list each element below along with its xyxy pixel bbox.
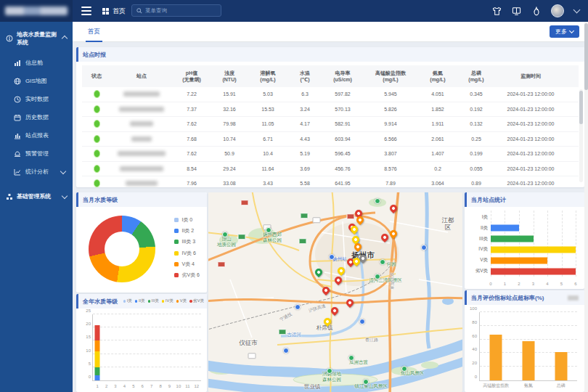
map-pin-yellow[interactable] (322, 317, 332, 327)
legend-item[interactable]: III类 3 (174, 238, 200, 245)
x-tick: 12 (194, 384, 199, 388)
sidebar-group2-title: 基础管理系统 (17, 192, 59, 200)
sidebar-item-历史数据[interactable]: 历史数据 (0, 108, 73, 126)
x-tick: 4 (546, 282, 548, 286)
x-tick: 0 (489, 282, 491, 286)
flame-icon[interactable] (531, 7, 541, 16)
cell-value: 7.62 (172, 121, 211, 126)
col-header: 电导率(uS/cm) (322, 70, 364, 83)
bar-高锰酸盐指数 (490, 335, 502, 380)
cell-value: 33.08 (211, 181, 248, 186)
map-pin-red[interactable] (388, 203, 399, 213)
map-poi-blue[interactable] (283, 348, 289, 354)
sidebar-collapse-icon[interactable] (81, 7, 91, 15)
col-header: 浊度(NTU) (211, 70, 248, 83)
cell-time: 2024-01-23 12:00:00 (494, 121, 567, 126)
map-poi-green[interactable] (401, 366, 407, 372)
cell-time: 2024-01-23 12:00:00 (494, 107, 567, 112)
map-poi-green[interactable] (375, 274, 380, 279)
table-row[interactable]: 7.2215.915.036.3597.825.9454.0510.345202… (82, 87, 579, 102)
table-row[interactable]: 7.6250.910.45.19596.453.8071.4070.199202… (82, 147, 579, 162)
sidebar-item-信息舱[interactable]: 信息舱 (0, 54, 73, 72)
theme-skin-icon[interactable] (492, 7, 502, 16)
sidebar-group-basic-mgmt[interactable]: 基础管理系统 (0, 184, 73, 208)
user-avatar[interactable] (551, 4, 564, 17)
more-button[interactable]: 更多 (550, 25, 579, 38)
layout-screen-icon[interactable] (512, 7, 521, 16)
legend-item[interactable]: 劣V类 (189, 298, 204, 304)
legend-item[interactable]: I类 (123, 298, 132, 304)
cell-value: 0.192 (458, 107, 494, 112)
legend-marker (174, 240, 179, 244)
cell-value: 5.03 (248, 91, 288, 97)
map-poi-green[interactable] (222, 232, 228, 237)
table-row[interactable]: 7.9633.083.435.58641.957.893.0640.892024… (82, 176, 579, 187)
sidebar-item-统计分析[interactable]: 统计分析 (0, 163, 73, 181)
map-poi-blue[interactable] (295, 304, 301, 310)
legend-item[interactable]: IV类 (162, 298, 173, 304)
map-pin-red[interactable] (380, 232, 390, 242)
sidebar-item-GIS地图[interactable]: GIS地图 (0, 72, 73, 90)
cell-value: 603.94 (322, 136, 364, 142)
chevron-down-icon[interactable] (573, 7, 581, 14)
map[interactable]: 扬州市江都区仪征市扬州西郊 森林公园捺山 地质公园何园运河三湾风景区瓜洲古渡焦山… (208, 192, 462, 392)
y-tick: 80 (465, 320, 477, 324)
y-tick: 0 (465, 375, 477, 379)
map-pin-red[interactable] (345, 298, 355, 308)
map-label-road: 京沪高速 (388, 272, 393, 290)
hbar-row: I类 (470, 212, 576, 223)
cell-value: 596.45 (322, 151, 364, 156)
sidebar-item-实时数据[interactable]: 实时数据 (0, 90, 73, 108)
legend-item[interactable]: IV类 6 (174, 250, 200, 257)
road-shield-badge (241, 200, 249, 205)
menu-search-input[interactable]: 菜单查询 (131, 4, 221, 17)
legend-item[interactable]: I类 0 (174, 216, 200, 224)
sidebar-item-预警管理[interactable]: 预警管理 (0, 144, 73, 163)
status-online-dot (94, 135, 100, 143)
sidebar-group-surface-water[interactable]: 地表水质量监测系统 (0, 22, 73, 54)
cell-value: 4.17 (288, 121, 322, 126)
legend-item[interactable]: III类 (148, 298, 159, 304)
logo-zone (0, 0, 73, 22)
table-row[interactable]: 7.6279.9811.054.17582.919.9141.9110.1322… (82, 117, 579, 132)
sidebar-item-站点报表[interactable]: 站点报表 (0, 126, 73, 144)
bar-氨氮 (523, 341, 535, 380)
table-row[interactable]: 8.5429.2411.643.69456.768.5760.20.055202… (82, 162, 579, 177)
map-poi-blue[interactable] (329, 254, 335, 260)
table-row[interactable]: 7.3732.1615.533.24570.135.8261.8520.1922… (82, 102, 579, 118)
map-poi-green[interactable] (363, 379, 369, 385)
tab-home[interactable]: 首页 (86, 22, 102, 42)
y-tick: 20 (465, 361, 477, 365)
map-poi-blue[interactable] (359, 319, 365, 324)
station-name-redacted (130, 121, 153, 126)
map-pin-yellow[interactable] (336, 266, 346, 276)
table-row[interactable]: 7.6810.746.714.43603.946.5662.0610.25202… (82, 132, 579, 147)
table-scrollbar[interactable] (579, 89, 583, 182)
map-pin-red[interactable] (333, 275, 343, 285)
page-scrollbar[interactable] (584, 22, 588, 392)
y-tick: 0 (78, 375, 91, 379)
legend-item[interactable]: II类 (135, 298, 145, 304)
map-pin-orange[interactable] (388, 229, 399, 239)
map-poi-blue[interactable] (421, 245, 427, 250)
map-poi-green[interactable] (348, 355, 354, 361)
legend-item[interactable]: 劣V类 6 (174, 271, 200, 279)
map-poi-green[interactable] (380, 259, 385, 265)
col-header: 监测时间 (494, 73, 567, 79)
map-poi-green[interactable] (327, 368, 332, 374)
map-pin-red[interactable] (330, 306, 340, 316)
map-pin-green[interactable] (314, 267, 324, 277)
nav-home[interactable]: 首页 (102, 0, 126, 22)
status-online-dot (94, 165, 100, 173)
table-scrollbar-thumb[interactable] (579, 91, 583, 124)
map-poi-green[interactable] (375, 198, 380, 204)
legend-item[interactable]: V类 (176, 298, 187, 304)
page-scrollbar-thumb[interactable] (584, 23, 588, 90)
category-label: 劣V类 (470, 268, 491, 274)
cell-time: 2024-01-23 12:00:00 (494, 91, 567, 97)
map-poi-green[interactable] (266, 227, 271, 233)
legend-item[interactable]: V类 4 (174, 261, 200, 268)
cell-value: 6.71 (248, 136, 288, 142)
legend-item[interactable]: II类 2 (174, 227, 200, 234)
map-pin-red[interactable] (321, 285, 331, 295)
